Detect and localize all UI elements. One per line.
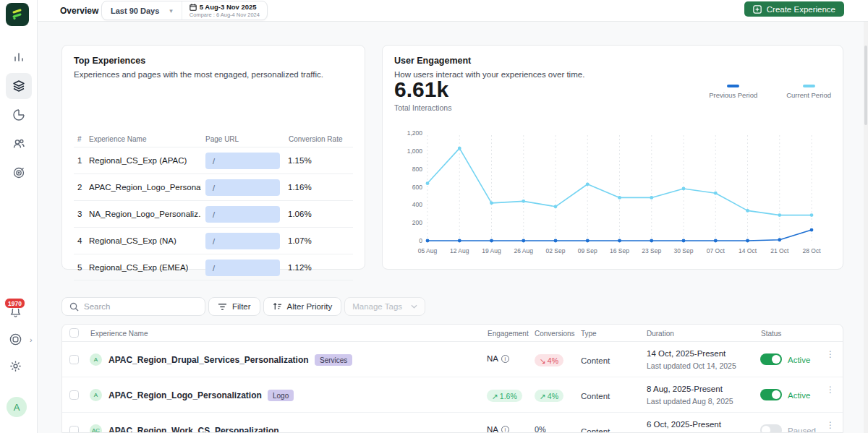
x-tick-label: 16 Sep — [610, 247, 629, 254]
experience-table-row: AAPAC_Region_Drupal_Services_Personaliza… — [62, 342, 843, 377]
page-url-pill[interactable]: / — [205, 260, 280, 276]
experience-name: APAC_Region_Logo_Personal... — [89, 183, 201, 192]
sidebar-item-audiences[interactable] — [6, 131, 32, 157]
notification-count-badge: 1970 — [4, 298, 25, 309]
topbar: Overview Last 90 Days ▾ 5 Aug-3 Nov 2025… — [38, 0, 868, 22]
experience-name: NA_Region_Logo_Personaliz... — [89, 210, 201, 218]
conversion-rate: 1.15% — [288, 156, 312, 165]
range-preset-dropdown[interactable]: Last 90 Days ▾ — [102, 1, 182, 20]
data-point — [650, 239, 653, 243]
sidebar-item-analytics[interactable] — [6, 44, 32, 70]
plus-square-icon — [753, 5, 762, 14]
row-avatar: AC — [90, 424, 102, 433]
row-menu-icon[interactable]: ⋮ — [826, 387, 833, 393]
page-scrollbar[interactable] — [864, 22, 868, 433]
x-tick-label: 02 Sep — [546, 247, 566, 254]
date-range-display[interactable]: 5 Aug-3 Nov 2025 Compare : 6 Aug-4 Nov 2… — [182, 1, 267, 20]
duration-last-updated: Last updated Aug 8, 2025 — [647, 397, 733, 406]
conversions: 0% — [535, 425, 546, 433]
page-url-pill[interactable]: / — [205, 206, 280, 223]
app-logo[interactable] — [6, 3, 29, 26]
row-checkbox[interactable] — [69, 426, 79, 433]
create-experience-button[interactable]: Create Experience — [744, 1, 844, 17]
y-tick-label: 600 — [412, 184, 422, 191]
x-tick-label: 12 Aug — [450, 247, 469, 254]
conversions-pill: ↗4% — [535, 390, 563, 402]
tag-pill: Services — [315, 354, 352, 366]
date-range-value: 5 Aug-3 Nov 2025 — [200, 3, 257, 11]
sidebar-item-goals[interactable] — [6, 160, 32, 186]
user-avatar[interactable]: A — [7, 397, 27, 417]
experience-name: Regional_CS_Exp (NA) — [89, 236, 176, 245]
chart-legend: Previous Period Current Period — [709, 85, 831, 99]
experience-name[interactable]: APAC_Region_Drupal_Services_Personalizat… — [109, 355, 309, 365]
sidebar: 1970 › A — [0, 0, 38, 433]
sidebar-item-experiences[interactable] — [6, 73, 32, 99]
page-url-pill[interactable]: / — [205, 179, 280, 196]
experiences-table-header: Experience Name Engagement Conversions T… — [62, 325, 843, 342]
engagement: NAi — [487, 425, 509, 433]
top-experience-row: 2APAC_Region_Logo_Personal.../1.16% — [74, 173, 353, 200]
y-tick-label: 0 — [419, 237, 422, 244]
engagement: NAi — [487, 354, 509, 363]
experience-name[interactable]: APAC_Region_Work_CS_Personalization — [109, 426, 279, 433]
status-toggle[interactable] — [760, 424, 782, 433]
conversions: ↗4% — [535, 390, 563, 402]
sidebar-item-reports[interactable] — [6, 102, 32, 128]
conversions-value: 0% — [535, 425, 546, 433]
toggle-knob — [762, 426, 770, 433]
status-label: Active — [788, 391, 810, 400]
row-avatar: A — [90, 353, 102, 366]
manage-tags-dropdown[interactable]: Manage Tags — [344, 297, 425, 316]
y-tick-label: 1,200 — [407, 129, 423, 137]
y-tick-label: 800 — [412, 166, 422, 173]
scrollbar-thumb[interactable] — [864, 46, 867, 125]
conversions: ↘4% — [535, 354, 563, 366]
settings-gear-icon[interactable] — [9, 359, 23, 374]
data-point — [682, 187, 686, 191]
experience-type: Content — [581, 356, 610, 365]
row-menu-icon[interactable]: ⋮ — [826, 352, 833, 357]
x-tick-label: 23 Sep — [642, 247, 661, 254]
filter-button[interactable]: Filter — [208, 297, 260, 316]
alter-priority-button[interactable]: Alter Priority — [263, 297, 342, 316]
status-toggle[interactable] — [760, 353, 782, 365]
user-engagement-card: User Engagement How users interact with … — [382, 45, 843, 270]
duration-range: 8 Aug, 2025-Present — [647, 385, 723, 393]
engagement-pill: ↗1.6% — [487, 390, 522, 402]
row-checkbox[interactable] — [69, 390, 79, 400]
toggle-knob — [772, 355, 780, 364]
engagement-title: User Engagement — [394, 56, 831, 66]
info-icon[interactable]: i — [501, 426, 509, 433]
page-url-pill[interactable]: / — [205, 153, 280, 169]
sidebar-expand-icon[interactable]: › — [30, 335, 33, 344]
info-icon[interactable]: i — [501, 355, 509, 363]
search-input[interactable] — [84, 302, 192, 311]
experience-rank: 5 — [77, 263, 82, 272]
data-point — [426, 181, 430, 185]
sort-icon — [273, 302, 282, 311]
tab-overview[interactable]: Overview — [60, 6, 98, 16]
total-interactions-value: 6.61k — [394, 77, 448, 102]
top-experience-row: 1Regional_CS_Exp (APAC)/1.15% — [74, 147, 353, 173]
top-experience-row: 4Regional_CS_Exp (NA)/1.07% — [74, 227, 353, 254]
data-point — [490, 239, 493, 243]
help-center-icon[interactable] — [9, 333, 23, 347]
data-point — [458, 239, 461, 243]
row-checkbox[interactable] — [69, 355, 79, 364]
page-url-pill[interactable]: / — [205, 233, 280, 249]
status-toggle[interactable] — [760, 389, 782, 400]
total-interactions-label: Total Interactions — [394, 103, 451, 112]
chevron-down-icon: ▾ — [169, 7, 173, 14]
experience-name[interactable]: APAC_Region_Logo_Personalization — [109, 390, 262, 400]
trend-arrow-icon: ↗ — [540, 392, 546, 400]
row-menu-icon[interactable]: ⋮ — [826, 423, 833, 428]
data-point — [618, 196, 621, 200]
compare-range-value: Compare : 6 Aug-4 Nov 2024 — [190, 12, 260, 18]
status-label: Active — [788, 356, 810, 364]
data-point — [778, 238, 781, 241]
legend-previous-swatch — [727, 85, 739, 87]
data-point — [490, 201, 493, 205]
data-point — [618, 239, 621, 243]
select-all-checkbox[interactable] — [69, 328, 79, 338]
